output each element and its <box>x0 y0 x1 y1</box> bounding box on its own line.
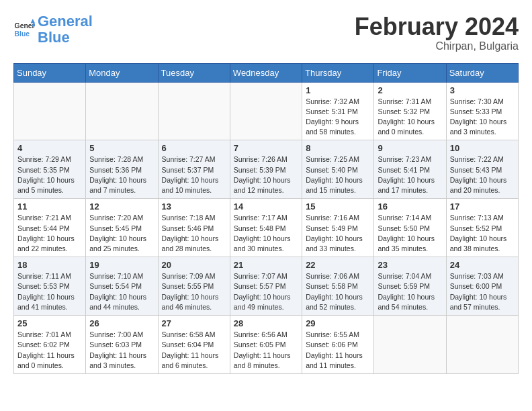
day-info: Sunrise: 7:14 AM Sunset: 5:50 PM Dayligh… <box>378 213 442 254</box>
weekday-header-monday: Monday <box>86 63 158 82</box>
day-number: 11 <box>17 201 82 212</box>
calendar-week-row: 25Sunrise: 7:01 AM Sunset: 6:02 PM Dayli… <box>14 316 519 374</box>
day-number: 25 <box>17 318 82 328</box>
day-info: Sunrise: 6:58 AM Sunset: 6:04 PM Dayligh… <box>162 330 226 371</box>
day-number: 5 <box>89 143 154 153</box>
day-number: 17 <box>450 201 515 212</box>
calendar-cell: 23Sunrise: 7:04 AM Sunset: 5:59 PM Dayli… <box>374 257 446 316</box>
calendar-cell <box>86 82 158 140</box>
day-info: Sunrise: 7:21 AM Sunset: 5:44 PM Dayligh… <box>17 213 82 254</box>
calendar-cell: 27Sunrise: 6:58 AM Sunset: 6:04 PM Dayli… <box>158 316 230 374</box>
calendar-cell: 29Sunrise: 6:55 AM Sunset: 6:06 PM Dayli… <box>302 316 374 374</box>
logo-text: General Blue <box>38 13 93 46</box>
day-info: Sunrise: 7:13 AM Sunset: 5:52 PM Dayligh… <box>450 213 515 254</box>
day-info: Sunrise: 7:28 AM Sunset: 5:36 PM Dayligh… <box>89 154 154 195</box>
day-number: 1 <box>306 85 370 95</box>
day-info: Sunrise: 7:23 AM Sunset: 5:41 PM Dayligh… <box>378 154 442 195</box>
day-number: 18 <box>17 260 82 270</box>
day-info: Sunrise: 7:31 AM Sunset: 5:32 PM Dayligh… <box>378 97 442 138</box>
calendar-cell: 15Sunrise: 7:16 AM Sunset: 5:49 PM Dayli… <box>302 199 374 257</box>
page-header: General Blue General Blue February 2024 … <box>13 13 519 52</box>
weekday-header-friday: Friday <box>374 63 446 82</box>
logo-general: General <box>38 13 93 30</box>
day-info: Sunrise: 7:18 AM Sunset: 5:46 PM Dayligh… <box>162 213 226 254</box>
day-info: Sunrise: 7:11 AM Sunset: 5:53 PM Dayligh… <box>17 271 82 312</box>
day-info: Sunrise: 7:04 AM Sunset: 5:59 PM Dayligh… <box>378 271 442 312</box>
calendar-table: SundayMondayTuesdayWednesdayThursdayFrid… <box>13 63 519 374</box>
day-number: 10 <box>450 143 515 153</box>
day-number: 6 <box>162 143 226 153</box>
day-info: Sunrise: 7:06 AM Sunset: 5:58 PM Dayligh… <box>306 271 370 312</box>
calendar-cell <box>14 82 86 140</box>
day-info: Sunrise: 7:32 AM Sunset: 5:31 PM Dayligh… <box>306 97 370 138</box>
weekday-header-wednesday: Wednesday <box>230 63 302 82</box>
day-number: 9 <box>378 143 442 153</box>
day-info: Sunrise: 7:09 AM Sunset: 5:55 PM Dayligh… <box>162 271 226 312</box>
calendar-cell: 24Sunrise: 7:03 AM Sunset: 6:00 PM Dayli… <box>446 257 518 316</box>
calendar-cell: 2Sunrise: 7:31 AM Sunset: 5:32 PM Daylig… <box>374 82 446 140</box>
calendar-cell: 17Sunrise: 7:13 AM Sunset: 5:52 PM Dayli… <box>446 199 518 257</box>
day-number: 29 <box>306 318 370 328</box>
svg-text:Blue: Blue <box>15 30 30 38</box>
calendar-cell <box>446 316 518 374</box>
calendar-cell: 8Sunrise: 7:25 AM Sunset: 5:40 PM Daylig… <box>302 140 374 199</box>
day-info: Sunrise: 7:26 AM Sunset: 5:39 PM Dayligh… <box>234 154 298 195</box>
day-number: 20 <box>162 260 226 270</box>
day-info: Sunrise: 7:29 AM Sunset: 5:35 PM Dayligh… <box>17 154 82 195</box>
calendar-cell <box>374 316 446 374</box>
day-number: 21 <box>234 260 298 270</box>
day-info: Sunrise: 7:20 AM Sunset: 5:45 PM Dayligh… <box>89 213 154 254</box>
day-info: Sunrise: 7:16 AM Sunset: 5:49 PM Dayligh… <box>306 213 370 254</box>
calendar-cell: 5Sunrise: 7:28 AM Sunset: 5:36 PM Daylig… <box>86 140 158 199</box>
logo-blue: Blue <box>38 29 70 46</box>
calendar-cell: 4Sunrise: 7:29 AM Sunset: 5:35 PM Daylig… <box>14 140 86 199</box>
calendar-cell: 3Sunrise: 7:30 AM Sunset: 5:33 PM Daylig… <box>446 82 518 140</box>
calendar-cell: 11Sunrise: 7:21 AM Sunset: 5:44 PM Dayli… <box>14 199 86 257</box>
weekday-header-sunday: Sunday <box>14 63 86 82</box>
weekday-header-row: SundayMondayTuesdayWednesdayThursdayFrid… <box>14 63 519 82</box>
calendar-cell: 21Sunrise: 7:07 AM Sunset: 5:57 PM Dayli… <box>230 257 302 316</box>
calendar-week-row: 11Sunrise: 7:21 AM Sunset: 5:44 PM Dayli… <box>14 199 519 257</box>
day-number: 19 <box>89 260 154 270</box>
calendar-cell: 28Sunrise: 6:56 AM Sunset: 6:05 PM Dayli… <box>230 316 302 374</box>
day-info: Sunrise: 6:56 AM Sunset: 6:05 PM Dayligh… <box>234 330 298 371</box>
calendar-cell: 13Sunrise: 7:18 AM Sunset: 5:46 PM Dayli… <box>158 199 230 257</box>
day-number: 12 <box>89 201 154 212</box>
day-info: Sunrise: 7:30 AM Sunset: 5:33 PM Dayligh… <box>450 97 515 138</box>
day-info: Sunrise: 7:22 AM Sunset: 5:43 PM Dayligh… <box>450 154 515 195</box>
calendar-cell: 12Sunrise: 7:20 AM Sunset: 5:45 PM Dayli… <box>86 199 158 257</box>
weekday-header-tuesday: Tuesday <box>158 63 230 82</box>
day-number: 2 <box>378 85 442 95</box>
calendar-cell: 20Sunrise: 7:09 AM Sunset: 5:55 PM Dayli… <box>158 257 230 316</box>
calendar-cell <box>158 82 230 140</box>
calendar-cell: 16Sunrise: 7:14 AM Sunset: 5:50 PM Dayli… <box>374 199 446 257</box>
day-number: 8 <box>306 143 370 153</box>
day-info: Sunrise: 7:10 AM Sunset: 5:54 PM Dayligh… <box>89 271 154 312</box>
calendar-cell: 7Sunrise: 7:26 AM Sunset: 5:39 PM Daylig… <box>230 140 302 199</box>
day-info: Sunrise: 7:17 AM Sunset: 5:48 PM Dayligh… <box>234 213 298 254</box>
day-number: 7 <box>234 143 298 153</box>
day-info: Sunrise: 7:03 AM Sunset: 6:00 PM Dayligh… <box>450 271 515 312</box>
logo: General Blue General Blue <box>13 13 93 46</box>
day-number: 23 <box>378 260 442 270</box>
day-info: Sunrise: 7:01 AM Sunset: 6:02 PM Dayligh… <box>17 330 82 371</box>
title-block: February 2024 Chirpan, Bulgaria <box>355 13 519 52</box>
weekday-header-thursday: Thursday <box>302 63 374 82</box>
calendar-cell: 26Sunrise: 7:00 AM Sunset: 6:03 PM Dayli… <box>86 316 158 374</box>
month-year-title: February 2024 <box>355 13 519 40</box>
day-number: 26 <box>89 318 154 328</box>
day-number: 16 <box>378 201 442 212</box>
calendar-cell <box>230 82 302 140</box>
calendar-cell: 9Sunrise: 7:23 AM Sunset: 5:41 PM Daylig… <box>374 140 446 199</box>
day-number: 15 <box>306 201 370 212</box>
day-info: Sunrise: 6:55 AM Sunset: 6:06 PM Dayligh… <box>306 330 370 371</box>
calendar-cell: 18Sunrise: 7:11 AM Sunset: 5:53 PM Dayli… <box>14 257 86 316</box>
calendar-cell: 25Sunrise: 7:01 AM Sunset: 6:02 PM Dayli… <box>14 316 86 374</box>
day-number: 28 <box>234 318 298 328</box>
day-number: 24 <box>450 260 515 270</box>
location-subtitle: Chirpan, Bulgaria <box>355 40 519 52</box>
calendar-cell: 22Sunrise: 7:06 AM Sunset: 5:58 PM Dayli… <box>302 257 374 316</box>
weekday-header-saturday: Saturday <box>446 63 518 82</box>
day-number: 22 <box>306 260 370 270</box>
day-info: Sunrise: 7:25 AM Sunset: 5:40 PM Dayligh… <box>306 154 370 195</box>
